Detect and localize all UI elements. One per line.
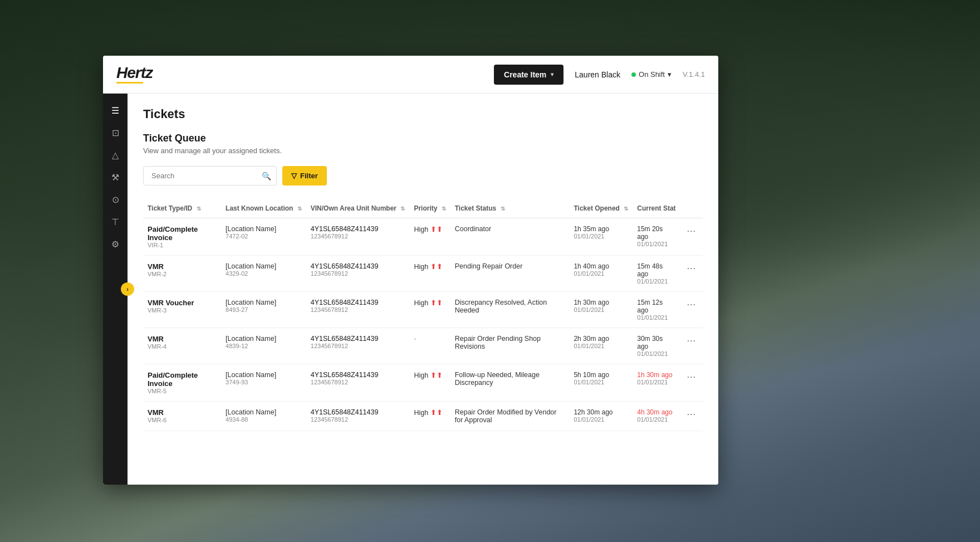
more-button-1[interactable]: ··· bbox=[685, 262, 698, 275]
ticket-id-5: VMR-6 bbox=[148, 417, 217, 423]
col-current-stat[interactable]: Current Stat bbox=[633, 199, 680, 218]
header: Hertz Create Item ▾ Lauren Black On Shif… bbox=[103, 56, 718, 94]
filter-label: Filter bbox=[300, 172, 318, 180]
cell-ticket-type-4: Paid/Complete Invoice VMR-5 bbox=[143, 364, 221, 402]
more-button-2[interactable]: ··· bbox=[685, 299, 698, 311]
on-shift-chevron: ▾ bbox=[668, 70, 672, 79]
ticket-id-2: VMR-3 bbox=[148, 307, 217, 314]
current-stat-value-1: 15m 48s ago bbox=[637, 262, 675, 278]
opened-date-0: 01/01/2021 bbox=[574, 233, 628, 240]
cell-vin-1: 4Y1SL65848Z411439 12345678912 bbox=[306, 256, 410, 292]
create-item-button[interactable]: Create Item ▾ bbox=[494, 65, 564, 85]
cell-more-0: ··· bbox=[680, 218, 703, 256]
vehicle-icon: ⊡ bbox=[112, 128, 119, 138]
col-ticket-type[interactable]: Ticket Type/ID ⇅ bbox=[143, 199, 221, 218]
cell-priority-0: High ⬆⬆ bbox=[409, 218, 450, 256]
current-stat-value-2: 15m 12s ago bbox=[637, 299, 675, 314]
sort-icon-vin: ⇅ bbox=[400, 206, 405, 212]
sidebar-item-user[interactable]: ⊙ bbox=[105, 189, 125, 209]
ticket-type-4: Paid/Complete Invoice bbox=[148, 371, 217, 388]
location-id-5: 4934-88 bbox=[226, 416, 302, 423]
search-icon-button[interactable]: 🔍 bbox=[262, 172, 271, 180]
cell-priority-4: High ⬆⬆ bbox=[409, 364, 450, 402]
priority-arrow-0: ⬆⬆ bbox=[430, 225, 443, 233]
vin-main-0: 4Y1SL65848Z411439 bbox=[311, 225, 405, 233]
ticket-type-2: VMR Voucher bbox=[148, 299, 217, 307]
chevron-down-icon: ▾ bbox=[551, 71, 553, 77]
cell-priority-1: High ⬆⬆ bbox=[409, 256, 450, 292]
sidebar-item-vehicle[interactable]: ⊡ bbox=[105, 123, 125, 143]
filter-button[interactable]: ▽ Filter bbox=[282, 166, 327, 185]
more-button-5[interactable]: ··· bbox=[685, 408, 698, 421]
sidebar-item-list[interactable]: ☰ bbox=[105, 100, 125, 120]
vin-main-2: 4Y1SL65848Z411439 bbox=[311, 299, 405, 306]
logo-text: Hertz bbox=[116, 65, 153, 81]
cell-current-stat-2: 15m 12s ago 01/01/2021 bbox=[633, 292, 680, 328]
sidebar-item-settings[interactable]: ⚙ bbox=[105, 234, 125, 254]
sidebar-collapse-button[interactable]: › bbox=[121, 282, 134, 296]
cell-vin-5: 4Y1SL65848Z411439 12345678912 bbox=[306, 402, 410, 431]
version-label: V.1.4.1 bbox=[683, 70, 705, 79]
priority-cell-3: - bbox=[414, 335, 445, 343]
opened-time-1: 1h 40m ago bbox=[574, 262, 628, 270]
logo: Hertz bbox=[116, 65, 153, 84]
col-location[interactable]: Last Known Location ⇅ bbox=[221, 199, 306, 218]
col-status[interactable]: Ticket Status ⇅ bbox=[450, 199, 570, 218]
cell-opened-1: 1h 40m ago 01/01/2021 bbox=[569, 256, 633, 292]
table-row: VMR VMR-6 [Location Name] 4934-88 4Y1SL6… bbox=[143, 402, 703, 431]
header-right: Create Item ▾ Lauren Black On Shift ▾ V.… bbox=[494, 65, 705, 85]
priority-text-0: High bbox=[414, 226, 428, 233]
col-vin[interactable]: VIN/Own Area Unit Number ⇅ bbox=[306, 199, 410, 218]
cell-vin-2: 4Y1SL65848Z411439 12345678912 bbox=[306, 292, 410, 328]
sidebar-item-tools[interactable]: ⚒ bbox=[105, 167, 125, 187]
cell-ticket-type-5: VMR VMR-6 bbox=[143, 402, 221, 431]
location-id-0: 7472-02 bbox=[226, 233, 302, 240]
cell-status-2: Discrepancy Resolved, Action Needed bbox=[450, 292, 570, 328]
on-shift-status[interactable]: On Shift ▾ bbox=[631, 70, 672, 79]
more-button-0[interactable]: ··· bbox=[685, 225, 698, 237]
more-button-3[interactable]: ··· bbox=[685, 335, 698, 347]
status-text-4: Follow-up Needed, Mileage Discrepancy bbox=[455, 371, 565, 387]
app-container: Hertz Create Item ▾ Lauren Black On Shif… bbox=[103, 56, 718, 485]
user-section: Lauren Black bbox=[575, 70, 620, 79]
priority-arrow-1: ⬆⬆ bbox=[430, 262, 443, 271]
location-name-3: [Location Name] bbox=[226, 335, 302, 343]
logo-underline bbox=[116, 82, 143, 84]
opened-date-1: 01/01/2021 bbox=[574, 270, 628, 277]
flag-icon: ⊤ bbox=[111, 217, 119, 227]
list-icon: ☰ bbox=[111, 105, 119, 116]
vin-sub-1: 12345678912 bbox=[311, 270, 405, 277]
priority-cell-0: High ⬆⬆ bbox=[414, 225, 445, 233]
location-name-4: [Location Name] bbox=[226, 371, 302, 379]
priority-text-5: High bbox=[414, 409, 428, 417]
priority-cell-1: High ⬆⬆ bbox=[414, 262, 445, 271]
sidebar-item-alert[interactable]: △ bbox=[105, 145, 125, 165]
table-row: Paid/Complete Invoice VIR-1 [Location Na… bbox=[143, 218, 703, 256]
cell-current-stat-3: 30m 30s ago 01/01/2021 bbox=[633, 328, 680, 364]
cell-opened-2: 1h 30m ago 01/01/2021 bbox=[569, 292, 633, 328]
tools-icon: ⚒ bbox=[111, 172, 119, 183]
ticket-type-1: VMR bbox=[148, 262, 217, 271]
priority-text-4: High bbox=[414, 372, 428, 379]
sort-icon-priority: ⇅ bbox=[442, 206, 446, 212]
cell-status-3: Repair Order Pending Shop Revisions bbox=[450, 328, 570, 364]
more-button-4[interactable]: ··· bbox=[685, 371, 698, 383]
cell-priority-3: - bbox=[409, 328, 450, 364]
col-priority[interactable]: Priority ⇅ bbox=[409, 199, 450, 218]
opened-time-5: 12h 30m ago bbox=[574, 408, 628, 416]
current-stat-date-3: 01/01/2021 bbox=[637, 350, 675, 357]
cell-priority-5: High ⬆⬆ bbox=[409, 402, 450, 431]
user-icon: ⊙ bbox=[112, 194, 119, 205]
search-wrapper: 🔍 bbox=[143, 166, 277, 185]
cell-opened-5: 12h 30m ago 01/01/2021 bbox=[569, 402, 633, 431]
priority-text-3: - bbox=[414, 335, 416, 343]
sidebar: ☰ ⊡ △ ⚒ ⊙ ⊤ ⚙ › bbox=[103, 94, 128, 485]
ticket-type-0: Paid/Complete Invoice bbox=[148, 225, 217, 242]
search-input[interactable] bbox=[143, 166, 277, 185]
ticket-type-5: VMR bbox=[148, 408, 217, 417]
cell-ticket-type-0: Paid/Complete Invoice VIR-1 bbox=[143, 218, 221, 256]
sidebar-item-flag[interactable]: ⊤ bbox=[105, 212, 125, 232]
current-stat-value-5: 4h 30m ago bbox=[637, 408, 675, 416]
current-stat-date-5: 01/01/2021 bbox=[637, 416, 675, 423]
col-opened[interactable]: Ticket Opened ⇅ bbox=[569, 199, 633, 218]
